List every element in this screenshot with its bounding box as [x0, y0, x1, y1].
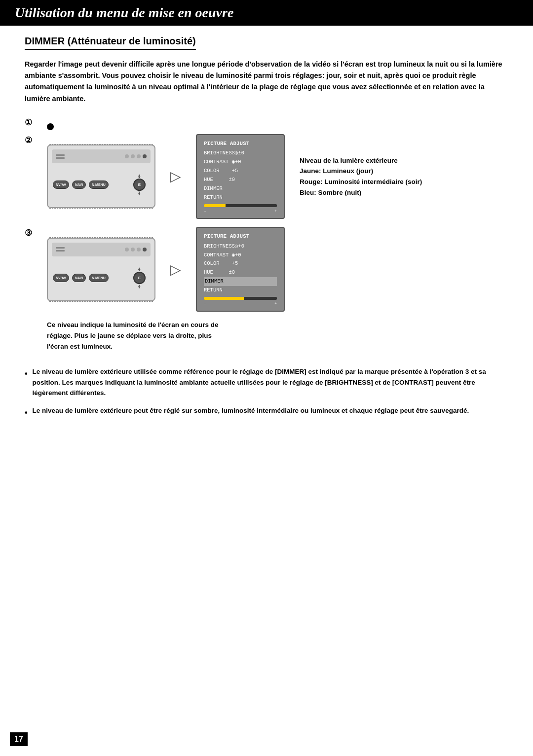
arrow-2: ▷ [170, 168, 181, 184]
nv-av-button-3[interactable]: NV/AV [53, 274, 69, 282]
device-buttons-3: NV/AV NAVI N.MENU ▲ E ▼ [52, 259, 151, 296]
step-2-description: Niveau de la lumière extérieure Jaune: L… [300, 155, 422, 198]
arrow-3: ▷ [170, 261, 181, 278]
screen-menu-2: PICTURE ADJUST BRIGHTNESS◎±0 CONTRAST ◉+… [196, 134, 285, 219]
progress-fill-3 [204, 297, 244, 300]
desc-line-3: Rouge: Luminosité intermédiaire (soir) [300, 177, 422, 187]
line-2 [56, 157, 65, 159]
menu-brightness-3: BRIGHTNESS◎+0 [204, 242, 277, 251]
progress-bar-2 [204, 204, 277, 207]
bullet-item-2: • Le niveau de lumière extérieure peut ê… [25, 405, 508, 419]
navi-button-3[interactable]: NAVI [72, 274, 86, 282]
device-lines [56, 154, 65, 159]
header-bar: Utilisation du menu de mise en oeuvre [0, 0, 533, 26]
intro-paragraph: Regarder l'image peut devenir difficile … [25, 59, 508, 105]
menu-color-2: COLOR +5 [204, 167, 277, 176]
step-3-description: Ce niveau indique la luminosité de l'écr… [47, 320, 229, 352]
nmenu-button[interactable]: N.MENU [89, 180, 109, 189]
dot-3 [137, 154, 141, 158]
dot-4 [143, 154, 147, 158]
dashes-bottom-3 [49, 301, 153, 302]
menu-hue-2: HUE ±0 [204, 176, 277, 184]
e-button-3[interactable]: E [133, 272, 146, 284]
step-2-device: NV/AV NAVI N.MENU ▲ E ▼ [47, 144, 155, 209]
dot-1 [125, 154, 129, 158]
device-top-3 [52, 243, 151, 256]
screen-menu-3: PICTURE ADJUST BRIGHTNESS◎+0 CONTRAST ◉+… [196, 227, 285, 312]
line-1 [56, 154, 65, 156]
dot3-2 [131, 248, 135, 252]
navi-button[interactable]: NAVI [72, 180, 86, 189]
desc-line-4: Bleu: Sombre (nuit) [300, 187, 422, 198]
desc-line-1: Niveau de la lumière extérieure [300, 155, 422, 166]
page-title: Utilisation du menu de mise en oeuvre [15, 5, 518, 21]
menu-contrast-2: CONTRAST ◉+0 [204, 158, 277, 167]
nmenu-button-3[interactable]: N.MENU [89, 274, 109, 282]
e-button[interactable]: E [133, 179, 146, 191]
main-content: DIMMER (Atténuateur de luminosité) Regar… [0, 36, 533, 446]
dot3-1 [125, 248, 129, 252]
bullet-dot-1: • [25, 367, 28, 380]
device-dots-3 [125, 248, 147, 252]
step-3-number: ③ [25, 227, 47, 238]
step-2-number: ② [25, 134, 47, 145]
step-2-row: ② [25, 134, 508, 219]
device-lines-3 [56, 247, 65, 252]
progress-bar-3 [204, 297, 277, 300]
step-3-row: ③ [25, 227, 508, 352]
bullet-text-1: Le niveau de lumière extérieure utilisée… [33, 366, 508, 398]
desc-line-2: Jaune: Lumineux (jour) [300, 166, 422, 177]
progress-markers-2: –+ [204, 208, 277, 215]
page-number: 17 [10, 732, 28, 746]
dashes-bottom-2 [49, 208, 153, 209]
device-buttons-2: NV/AV NAVI N.MENU ▲ E ▼ [52, 166, 151, 203]
device-top-2 [52, 149, 151, 163]
bullet-dot-2: • [25, 406, 28, 419]
dot3-3 [137, 248, 141, 252]
menu-brightness-2: BRIGHTNESS◎±0 [204, 149, 277, 158]
menu-return-2: RETURN [204, 193, 277, 202]
dot3-4 [143, 248, 147, 252]
menu-color-3: COLOR +5 [204, 259, 277, 268]
step-3-content: NV/AV NAVI N.MENU ▲ E ▼ [47, 227, 285, 352]
section-title: DIMMER (Atténuateur de luminosité) [25, 36, 196, 50]
nv-av-button[interactable]: NV/AV [53, 180, 69, 189]
device-box-3: NV/AV NAVI N.MENU ▲ E ▼ [47, 238, 155, 301]
progress-fill-2 [204, 204, 226, 207]
menu-dimmer-2: DIMMER [204, 184, 277, 193]
menu-hue-3: HUE ±0 [204, 268, 277, 277]
step-1-number: ① [25, 116, 47, 128]
step-3-device: NV/AV NAVI N.MENU ▲ E ▼ [47, 237, 155, 302]
menu-title-2: PICTURE ADJUST [204, 139, 277, 148]
step-1-row: ① [25, 116, 508, 130]
line-3a [56, 247, 65, 249]
bullet-text-2: Le niveau de lumière extérieure peut êtr… [33, 405, 469, 416]
menu-dimmer-3-highlighted: DIMMER [204, 277, 277, 286]
dot-2 [131, 154, 135, 158]
device-box-2: NV/AV NAVI N.MENU ▲ E ▼ [47, 144, 155, 208]
step-3-main-row: NV/AV NAVI N.MENU ▲ E ▼ [47, 227, 285, 312]
step-1-circle [47, 123, 54, 130]
menu-title-3: PICTURE ADJUST [204, 232, 277, 241]
bullet-section: • Le niveau de lumière extérieure utilis… [25, 366, 508, 419]
menu-contrast-3: CONTRAST ◉+0 [204, 251, 277, 260]
btn-group-left-3: NV/AV NAVI N.MENU [53, 274, 109, 282]
btn-group-left: NV/AV NAVI N.MENU [53, 180, 109, 189]
line-3b [56, 250, 65, 252]
device-dots [125, 154, 147, 158]
bullet-item-1: • Le niveau de lumière extérieure utilis… [25, 366, 508, 398]
menu-return-3: RETURN [204, 286, 277, 295]
step-2-content: NV/AV NAVI N.MENU ▲ E ▼ ▷ [47, 134, 508, 219]
progress-markers-3: –+ [204, 300, 277, 307]
